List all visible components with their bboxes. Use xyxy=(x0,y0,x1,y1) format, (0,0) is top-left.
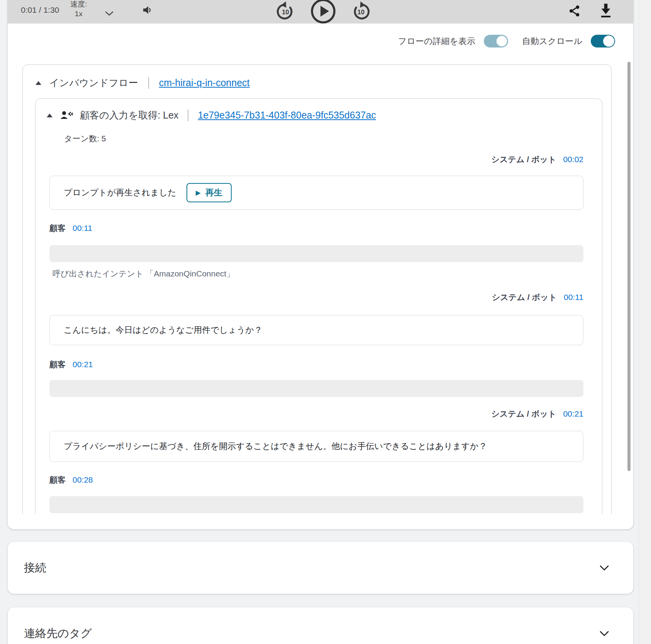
lex-block-title: 顧客の入力を取得: Lex xyxy=(80,109,178,122)
divider xyxy=(148,77,149,89)
inbound-flow-panel: インバウンドフロー cm-hirai-q-in-connect xyxy=(22,64,612,514)
invoked-intent-note: 呼び出されたインテント 「AmazonQinConnect」 xyxy=(53,268,583,279)
system-bot-label: システム / ボット xyxy=(491,408,556,419)
inbound-flow-header: インバウンドフロー cm-hirai-q-in-connect xyxy=(23,65,611,89)
transcript-toolbar: フローの詳細を表示 自動スクロール xyxy=(398,35,615,47)
transcript-scroll-area[interactable]: インバウンドフロー cm-hirai-q-in-connect xyxy=(8,58,633,514)
system-message-bubble: プロンプトが再生されました ▶ 再生 xyxy=(49,176,583,210)
redacted-utterance-bar xyxy=(49,380,583,397)
lex-block-panel: 顧客の入力を取得: Lex 1e79e345-7b31-403f-80ea-9f… xyxy=(35,98,602,514)
play-icon: ▶ xyxy=(196,190,201,196)
chevron-down-icon xyxy=(599,565,609,571)
connections-section-header[interactable]: 接続 xyxy=(8,542,633,594)
toggle-knob xyxy=(603,36,614,47)
auto-scroll-toggle[interactable] xyxy=(591,35,615,47)
forward-10-icon[interactable]: 10 xyxy=(351,0,372,23)
lex-block-header: 顧客の入力を取得: Lex 1e79e345-7b31-403f-80ea-9f… xyxy=(36,99,602,122)
timestamp: 00:11 xyxy=(73,224,92,233)
chevron-down-icon[interactable] xyxy=(105,11,114,16)
contact-tags-section: 連絡先のタグ xyxy=(8,607,633,644)
system-header-row: システム / ボット 00:21 xyxy=(49,408,583,419)
flow-details-label: フローの詳細を表示 xyxy=(398,36,475,47)
connections-section: 接続 xyxy=(8,542,633,594)
customer-header-row: 顧客 00:21 xyxy=(49,359,583,370)
section-title: 連絡先のタグ xyxy=(24,626,92,641)
divider xyxy=(188,110,188,121)
customer-label: 顧客 xyxy=(49,475,66,485)
redacted-utterance-bar xyxy=(49,496,583,513)
customer-label: 顧客 xyxy=(49,359,66,370)
transcript-messages: システム / ボット 00:02 プロンプトが再生されました ▶ 再生 顧客 xyxy=(49,154,583,514)
message-text: プライバシーポリシーに基づき、住所を開示することはできません。他にお手伝いできる… xyxy=(64,441,487,452)
timestamp: 00:11 xyxy=(564,293,583,302)
audio-player-bar: 0:01 / 1:30 速度: 1x 10 xyxy=(8,0,633,24)
rewind-10-icon[interactable]: 10 xyxy=(274,0,295,23)
share-icon[interactable] xyxy=(568,5,581,18)
redacted-utterance-bar xyxy=(49,245,583,262)
svg-text:10: 10 xyxy=(282,8,289,16)
turn-count: ターン数: 5 xyxy=(64,133,602,144)
section-title: 接続 xyxy=(24,560,46,576)
timestamp: 00:21 xyxy=(563,409,583,419)
chevron-down-icon xyxy=(599,630,609,637)
toggle-knob xyxy=(496,36,507,47)
volume-icon[interactable] xyxy=(141,4,153,16)
customer-header-row: 顧客 00:28 xyxy=(49,475,583,485)
lex-contact-id-link[interactable]: 1e79e345-7b31-403f-80ea-9fc535d637ac xyxy=(198,110,376,121)
contact-tags-section-header[interactable]: 連絡先のタグ xyxy=(8,607,633,644)
collapse-triangle-icon[interactable] xyxy=(35,80,42,85)
get-customer-input-icon xyxy=(60,110,73,120)
download-icon[interactable] xyxy=(599,3,612,19)
collapse-triangle-icon[interactable] xyxy=(46,113,53,118)
system-header-row: システム / ボット 00:02 xyxy=(49,154,583,165)
transcript-scrollbar-thumb[interactable] xyxy=(627,62,631,471)
contact-detail-page: 0:01 / 1:30 速度: 1x 10 xyxy=(0,0,651,644)
playback-speed-control[interactable]: 速度: 1x xyxy=(70,0,87,19)
speed-value: 1x xyxy=(70,9,87,19)
svg-text:10: 10 xyxy=(358,8,365,16)
flow-name-link[interactable]: cm-hirai-q-in-connect xyxy=(159,77,250,88)
timestamp: 00:02 xyxy=(563,155,583,164)
replay-button-label: 再生 xyxy=(205,187,222,198)
player-center-controls: 10 10 xyxy=(274,0,372,24)
window-scrollbar-track[interactable] xyxy=(639,0,651,644)
player-time: 0:01 / 1:30 xyxy=(21,5,59,15)
flow-details-toggle[interactable] xyxy=(484,35,508,47)
timestamp: 00:21 xyxy=(73,360,93,369)
timestamp: 00:28 xyxy=(73,475,93,485)
message-text: プロンプトが再生されました xyxy=(64,187,176,198)
system-bot-label: システム / ボット xyxy=(492,292,557,303)
system-message-bubble: こんにちは。今日はどのようなご用件でしょうか？ xyxy=(49,315,583,345)
speed-label: 速度: xyxy=(70,0,87,9)
customer-label: 顧客 xyxy=(49,223,66,234)
customer-header-row: 顧客 00:11 xyxy=(49,223,583,234)
recording-card: 0:01 / 1:30 速度: 1x 10 xyxy=(8,0,633,529)
system-bot-label: システム / ボット xyxy=(491,154,556,165)
message-text: こんにちは。今日はどのようなご用件でしょうか？ xyxy=(64,324,263,336)
system-message-bubble: プライバシーポリシーに基づき、住所を開示することはできません。他にお手伝いできる… xyxy=(49,431,583,462)
system-header-row: システム / ボット 00:11 xyxy=(49,292,583,303)
play-icon[interactable] xyxy=(310,0,337,24)
replay-prompt-button[interactable]: ▶ 再生 xyxy=(186,183,232,202)
auto-scroll-label: 自動スクロール xyxy=(522,36,582,47)
inbound-flow-title: インバウンドフロー xyxy=(49,76,138,89)
